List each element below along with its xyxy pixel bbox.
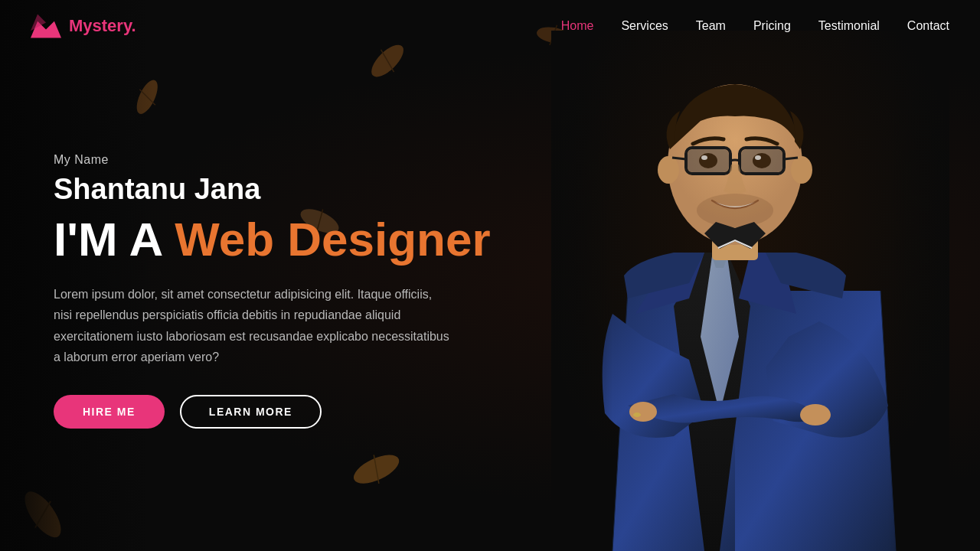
logo[interactable]: Mystery. [31,14,136,38]
nav-links: Home Services Team Pricing Testimonial C… [561,19,949,33]
svg-point-38 [697,194,773,227]
nav-item-services[interactable]: Services [621,19,668,33]
nav-item-contact[interactable]: Contact [907,19,949,33]
person-svg [551,31,949,551]
svg-rect-40 [888,31,949,551]
hero-title-prefix: I'M A [54,213,175,266]
nav-link-testimonial[interactable]: Testimonial [818,19,880,32]
svg-point-25 [633,412,641,417]
svg-point-28 [658,156,679,184]
hero-title-highlight: Web Designer [175,213,490,266]
nav-link-home[interactable]: Home [561,19,594,32]
nav-link-team[interactable]: Team [696,19,726,32]
navbar: Mystery. Home Services Team Pricing Test… [0,0,980,51]
hero-title: I'M A Web Designer [54,214,491,266]
nav-item-home[interactable]: Home [561,19,594,33]
nav-item-pricing[interactable]: Pricing [753,19,791,33]
hero-description: Lorem ipsum dolor, sit amet consectetur … [54,284,452,367]
hire-me-button[interactable]: HIRE ME [54,395,165,429]
svg-point-29 [791,156,812,184]
nav-link-services[interactable]: Services [621,19,668,32]
svg-point-34 [699,153,717,168]
svg-point-35 [753,153,771,168]
svg-rect-39 [551,31,612,551]
logo-text: Mystery. [69,16,136,36]
nav-link-contact[interactable]: Contact [907,19,949,32]
nav-item-testimonial[interactable]: Testimonial [818,19,880,33]
logo-icon [31,14,61,38]
svg-point-37 [755,155,761,160]
svg-point-24 [629,402,657,422]
hero-name: Shantanu Jana [54,173,491,206]
learn-more-button[interactable]: LEARN MORE [180,395,322,429]
hero-content: My Name Shantanu Jana I'M A Web Designer… [54,122,491,429]
nav-item-team[interactable]: Team [696,19,726,33]
my-name-label: My Name [54,153,491,167]
hero-person-image [521,31,980,551]
nav-link-pricing[interactable]: Pricing [753,19,791,32]
svg-point-36 [701,155,707,160]
svg-point-23 [800,404,831,425]
hero-buttons: HIRE ME LEARN MORE [54,395,491,429]
